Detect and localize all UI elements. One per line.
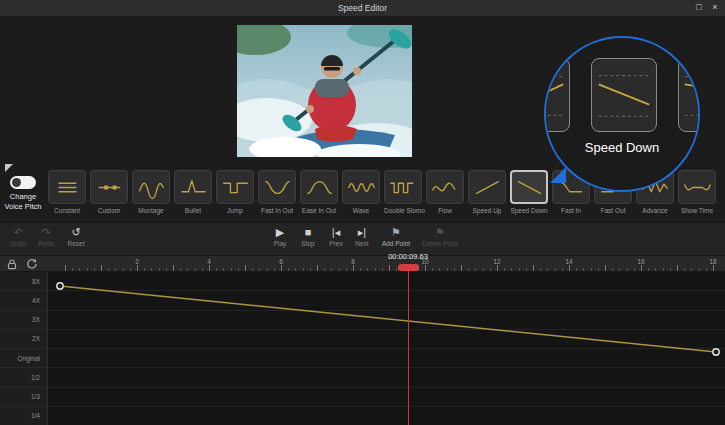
ruler-tick — [533, 265, 534, 271]
ruler-tick — [180, 268, 181, 271]
timeline-grid-row — [48, 388, 725, 407]
preset-label: Montage — [132, 207, 170, 214]
ruler-tick — [490, 268, 491, 271]
titlebar[interactable]: Speed Editor □ × — [0, 0, 725, 16]
redo-button[interactable]: ↷ Redo — [32, 226, 60, 247]
ruler-tick — [94, 268, 95, 271]
timeline-grid-row — [48, 311, 725, 330]
preset-label: Double Slomo — [384, 207, 422, 214]
ruler-tick — [108, 268, 109, 271]
ruler-tick — [504, 268, 505, 271]
ruler-tick — [447, 268, 448, 271]
add-point-button[interactable]: ⚑ Add Point — [378, 226, 414, 247]
ruler-tick — [252, 268, 253, 271]
jump-curve-icon — [219, 174, 252, 201]
ruler-tick — [439, 268, 440, 271]
ruler-tick — [274, 268, 275, 271]
ruler-tick — [627, 268, 628, 271]
speed-label-1-3: 1/3 — [0, 388, 47, 407]
preset-jump[interactable]: Jump — [216, 170, 254, 214]
ruler-tick — [303, 268, 304, 271]
preset-wave[interactable]: Wave — [342, 170, 380, 214]
fast-in-out-curve-icon — [261, 174, 294, 201]
preset-double-slomo[interactable]: Double Slomo — [384, 170, 422, 214]
ruler-tick — [281, 265, 282, 271]
preset-thumbnail — [132, 170, 170, 204]
speed-editor-window: Speed Editor □ × — [0, 0, 725, 425]
reset-icon: ↺ — [62, 226, 90, 239]
preset-constant[interactable]: Constant — [48, 170, 86, 214]
ruler-tick — [223, 268, 224, 271]
ruler-tick — [519, 268, 520, 271]
ruler-tick — [79, 268, 80, 271]
ruler-tick — [569, 265, 570, 271]
ruler-tick — [389, 265, 390, 271]
preset-ease-in-out[interactable]: Ease In Out — [300, 170, 338, 214]
ruler-tick — [115, 268, 116, 271]
ruler-label-12: 12 — [493, 258, 500, 265]
ruler-tick — [375, 268, 376, 271]
video-preview — [237, 25, 412, 157]
preset-custom[interactable]: Custom — [90, 170, 128, 214]
ruler-tick — [598, 268, 599, 271]
preset-label: Speed Down — [510, 207, 548, 214]
timeline-grid-row — [48, 272, 725, 291]
speed-label-4x: 4X — [0, 291, 47, 310]
speed-label-1-2: 1/2 — [0, 368, 47, 387]
preset-speed-up[interactable]: Speed Up — [468, 170, 506, 214]
prev-button[interactable]: |◂ Prev — [322, 226, 350, 247]
double-slomo-curve-icon — [387, 174, 420, 201]
ruler-tick — [641, 265, 642, 271]
ruler-tick — [562, 268, 563, 271]
ruler-tick — [231, 268, 232, 271]
preset-fast-in-out[interactable]: Fast In Out — [258, 170, 296, 214]
speed-scale-column: 8X4X3X2XOriginal1/21/31/4 — [0, 272, 48, 425]
play-button[interactable]: ▶ Play — [266, 226, 294, 247]
preset-label: Flow — [426, 207, 464, 214]
ruler-tick — [655, 268, 656, 271]
delete-point-flag-icon: ⚑ — [418, 226, 462, 239]
preset-montage[interactable]: Montage — [132, 170, 170, 214]
playhead-handle[interactable] — [398, 264, 419, 271]
lock-icon[interactable] — [6, 258, 18, 270]
preset-thumbnail — [216, 170, 254, 204]
rotate-icon[interactable] — [26, 258, 38, 270]
playhead-line[interactable] — [408, 264, 409, 425]
preset-show-time[interactable]: Show Time — [678, 170, 716, 214]
flow-curve-icon — [429, 174, 462, 201]
ruler-tick — [360, 268, 361, 271]
preset-flow[interactable]: Flow — [426, 170, 464, 214]
reset-button[interactable]: ↺ Reset — [62, 226, 90, 247]
speed-label-2x: 2X — [0, 330, 47, 349]
ruler-tick — [259, 268, 260, 271]
preset-bullet[interactable]: Bullet — [174, 170, 212, 214]
preset-speed-down[interactable]: Speed Down — [510, 170, 548, 214]
close-button[interactable]: × — [707, 0, 723, 16]
maximize-button[interactable]: □ — [691, 0, 707, 16]
ruler-tick — [267, 268, 268, 271]
stop-button[interactable]: ■ Stop — [294, 226, 322, 247]
undo-icon: ↶ — [4, 226, 32, 239]
collapse-panel-arrow-icon[interactable] — [5, 164, 13, 172]
timeline-grid-row — [48, 330, 725, 349]
ruler-tick — [65, 265, 66, 271]
next-button[interactable]: ▸| Next — [348, 226, 376, 247]
preset-thumbnail — [678, 170, 716, 204]
magnifier-label: Speed Down — [546, 140, 698, 155]
ruler-tick — [123, 268, 124, 271]
change-voice-pitch-toggle[interactable] — [10, 176, 36, 189]
preset-label: Show Time — [678, 207, 716, 214]
preset-thumbnail — [468, 170, 506, 204]
ruler-tick — [151, 268, 152, 271]
ruler-tick — [706, 268, 707, 271]
speed-label-8x: 8X — [0, 272, 47, 291]
preset-thumbnail — [258, 170, 296, 204]
undo-button[interactable]: ↶ Undo — [4, 226, 32, 247]
ruler-tick — [699, 268, 700, 271]
ruler-tick — [317, 265, 318, 271]
preset-thumbnail — [426, 170, 464, 204]
ruler-tick — [216, 268, 217, 271]
delete-point-button[interactable]: ⚑ Delete Point — [418, 226, 462, 247]
ruler-tick — [295, 268, 296, 271]
ruler-label-6: 6 — [279, 258, 283, 265]
